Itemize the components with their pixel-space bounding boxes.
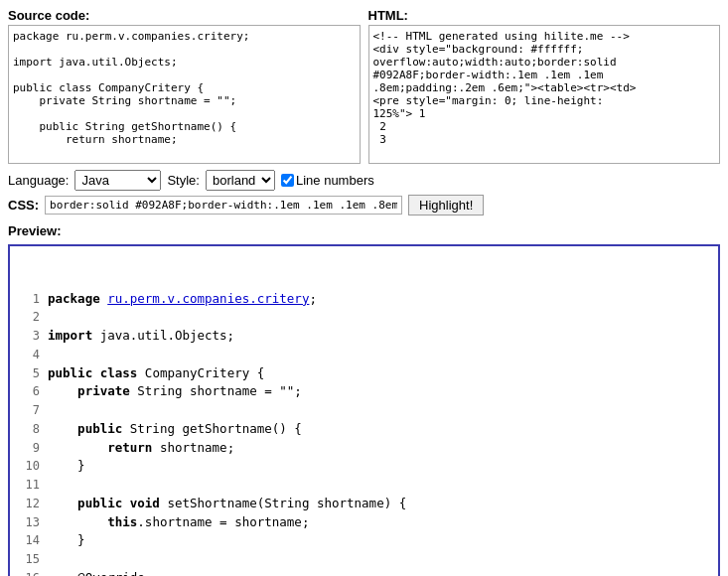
line-number: 7: [18, 401, 40, 420]
table-row: 5public class CompanyCritery {: [18, 364, 710, 383]
plain-token: [48, 383, 77, 398]
keyword-token: class: [100, 365, 138, 380]
line-number: 13: [18, 513, 40, 532]
html-output-textarea[interactable]: [368, 25, 721, 164]
plain-token: String shortname = "";: [130, 383, 302, 398]
table-row: 6 private String shortname = "";: [18, 382, 710, 401]
plain-token: [48, 496, 77, 510]
line-code: [48, 401, 710, 420]
keyword-token: void: [130, 496, 160, 510]
keyword-token: public: [77, 421, 122, 436]
css-input[interactable]: [45, 196, 402, 215]
table-row: 14 }: [18, 531, 710, 550]
table-row: 11: [18, 476, 710, 495]
preview-box: 1package ru.perm.v.companies.critery;2 3…: [8, 244, 720, 576]
line-number: 14: [18, 531, 40, 550]
table-row: 8 public String getShortname() {: [18, 420, 710, 439]
css-label: CSS:: [8, 198, 39, 213]
line-number: 9: [18, 439, 40, 458]
table-row: 9 return shortname;: [18, 439, 710, 458]
plain-token: [48, 514, 107, 529]
line-code: public void setShortname(String shortnam…: [48, 495, 710, 513]
line-code: [48, 476, 710, 495]
line-number: 8: [18, 420, 40, 439]
table-row: 16 @Override: [18, 569, 710, 576]
plain-token: setShortname(String shortname) {: [160, 496, 406, 510]
style-select[interactable]: borlanddefaultemacsfriendlycolorfulautum…: [206, 170, 275, 191]
plain-token: [92, 365, 100, 380]
style-label: Style:: [167, 173, 200, 188]
line-number: 3: [18, 327, 40, 346]
line-number: 12: [18, 495, 40, 513]
line-code: }: [48, 457, 710, 476]
table-row: 3import java.util.Objects;: [18, 327, 710, 346]
plain-token: java.util.Objects;: [92, 328, 234, 343]
keyword-token: return: [107, 440, 152, 455]
line-code: [48, 308, 710, 327]
preview-label: Preview:: [8, 223, 720, 238]
line-code: return shortname;: [48, 439, 710, 458]
line-number: 1: [18, 290, 40, 309]
plain-token: [48, 440, 107, 455]
plain-token: [48, 421, 77, 436]
table-row: 2: [18, 308, 710, 327]
line-number: 6: [18, 382, 40, 401]
line-code: public class CompanyCritery {: [48, 364, 710, 383]
line-code: @Override: [48, 569, 710, 576]
table-row: 1package ru.perm.v.companies.critery;: [18, 290, 710, 309]
keyword-token: private: [77, 383, 130, 398]
keyword-token: import: [48, 328, 92, 343]
line-number: 15: [18, 550, 40, 569]
table-row: 13 this.shortname = shortname;: [18, 513, 710, 532]
plain-token: [122, 496, 130, 510]
table-row: 12 public void setShortname(String short…: [18, 495, 710, 513]
line-code: [48, 550, 710, 569]
plain-token: CompanyCritery {: [137, 365, 264, 380]
keyword-token: public: [77, 496, 122, 510]
plain-token: }: [48, 458, 85, 473]
this-keyword-token: this: [107, 514, 137, 529]
line-numbers-checkbox[interactable]: [281, 174, 294, 187]
line-code: private String shortname = "";: [48, 382, 710, 401]
line-code: this.shortname = shortname;: [48, 513, 710, 532]
line-code: }: [48, 531, 710, 550]
line-code: [48, 346, 710, 364]
link-token: ru.perm.v.companies.critery: [107, 291, 309, 306]
language-select[interactable]: JavaPythonC++C#JavaScriptPHPRubyHTML: [74, 170, 161, 191]
line-number: 5: [18, 364, 40, 383]
line-code: import java.util.Objects;: [48, 327, 710, 346]
highlight-button[interactable]: Highlight!: [408, 195, 484, 216]
table-row: 10 }: [18, 457, 710, 476]
line-number: 16: [18, 569, 40, 576]
source-code-label: Source code:: [8, 8, 361, 23]
line-code: public String getShortname() {: [48, 420, 710, 439]
keyword-token: package: [48, 291, 100, 306]
plain-token: ;: [309, 291, 317, 306]
plain-token: shortname;: [152, 440, 234, 455]
code-preview: 1package ru.perm.v.companies.critery;2 3…: [18, 252, 710, 576]
html-label: HTML:: [368, 8, 721, 23]
table-row: 15: [18, 550, 710, 569]
line-number: 4: [18, 346, 40, 364]
line-code: package ru.perm.v.companies.critery;: [48, 290, 710, 309]
table-row: 4: [18, 346, 710, 364]
keyword-token: public: [48, 365, 92, 380]
line-numbers-label[interactable]: Line numbers: [281, 173, 374, 188]
plain-token: }: [48, 532, 85, 547]
line-number: 2: [18, 308, 40, 327]
plain-token: @Override: [48, 570, 145, 576]
source-code-textarea[interactable]: [8, 25, 361, 164]
plain-token: .shortname = shortname;: [137, 514, 309, 529]
language-label: Language:: [8, 173, 69, 188]
line-number: 10: [18, 457, 40, 476]
table-row: 7: [18, 401, 710, 420]
plain-token: String getShortname() {: [122, 421, 302, 436]
line-number: 11: [18, 476, 40, 495]
